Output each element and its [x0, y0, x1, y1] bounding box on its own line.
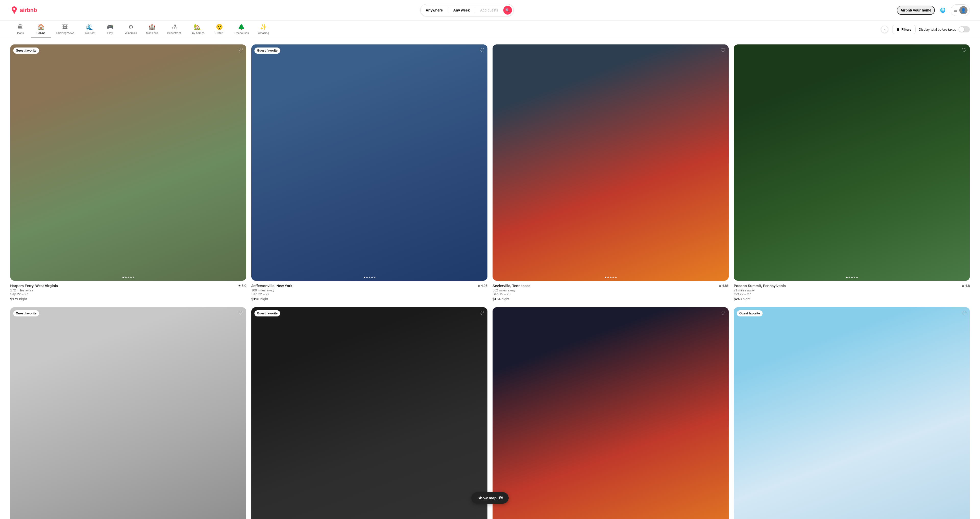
globe-icon: 🌐	[940, 7, 945, 13]
dot	[364, 276, 365, 278]
category-item-icons[interactable]: 🏛 Icons	[10, 21, 30, 38]
anywhere-button[interactable]: Anywhere	[421, 4, 448, 16]
category-icon: 🖼	[62, 24, 68, 30]
listing-rating: ★ 4.8	[962, 284, 970, 287]
category-item-treehouses[interactable]: 🌲 Treehouses	[229, 21, 253, 38]
listing-image-wrap: Guest favorite ♡	[10, 307, 246, 519]
filters-button[interactable]: ⊟ Filters	[892, 25, 916, 34]
logo[interactable]: airbnb	[10, 6, 37, 14]
category-label: Play	[107, 32, 113, 35]
category-icon: ⚙	[128, 24, 134, 30]
wishlist-button[interactable]: ♡	[479, 48, 484, 53]
image-dots	[846, 276, 858, 278]
add-guests-button[interactable]: Add guests	[475, 4, 503, 16]
airbnb-your-home-button[interactable]: Airbnb your home	[897, 6, 935, 15]
tax-toggle[interactable]	[959, 26, 970, 32]
listing-image-wrap: Guest favorite ♡	[251, 45, 487, 281]
listing-price: $196 night	[251, 297, 487, 301]
category-item-lakefront[interactable]: 🌊 Lakefront	[79, 21, 100, 38]
hamburger-icon: ☰	[954, 8, 957, 12]
map-icon: 🗺	[499, 496, 503, 500]
dot	[610, 276, 611, 278]
category-item-amazing-views[interactable]: 🖼 Amazing views	[51, 21, 79, 38]
listing-dates: Sep 22 – 27	[10, 292, 246, 296]
price-unit: night	[501, 297, 509, 301]
listing-image-wrap: ♡	[734, 45, 970, 281]
listing-top-row: Harpers Ferry, West Virginia ★ 5.0	[10, 284, 246, 288]
listing-price: $171 night	[10, 297, 246, 301]
price-value: $196	[251, 297, 259, 301]
price-unit: night	[743, 297, 750, 301]
category-item-cabins[interactable]: 🏠 Cabins	[30, 21, 51, 38]
category-icon: 🎮	[107, 24, 114, 30]
dot	[127, 276, 129, 278]
globe-button[interactable]: 🌐	[938, 5, 948, 15]
filter-icon: ⊟	[897, 27, 899, 32]
listing-location: Pocono Summit, Pennsylvania	[734, 284, 786, 288]
dot	[125, 276, 127, 278]
listing-card[interactable]: Guest favorite ♡	[10, 307, 246, 519]
category-item-mansions[interactable]: 🏰 Mansions	[142, 21, 162, 38]
wishlist-button[interactable]: ♡	[721, 48, 725, 53]
listing-card[interactable]: ♡	[493, 307, 729, 519]
tax-toggle-label: Display total before taxes	[919, 27, 956, 32]
category-item-beachfront[interactable]: 🏖 Beachfront	[162, 21, 185, 38]
show-map-label: Show map	[477, 496, 496, 500]
listing-image	[493, 307, 729, 519]
dot	[605, 276, 606, 278]
listing-image-wrap: Guest favorite ♡	[251, 307, 487, 519]
price-unit: night	[260, 297, 268, 301]
dot	[849, 276, 850, 278]
search-submit-button[interactable]: 🔍	[503, 6, 512, 14]
dot	[854, 276, 855, 278]
dot	[374, 276, 375, 278]
category-label: Windmills	[125, 32, 137, 35]
star-icon: ★	[238, 284, 241, 287]
wishlist-button[interactable]: ♡	[238, 310, 243, 316]
wishlist-button[interactable]: ♡	[962, 310, 967, 316]
category-label: Cabins	[37, 32, 45, 35]
category-item-tiny-homes[interactable]: 🏡 Tiny homes	[186, 21, 209, 38]
toggle-knob	[959, 27, 964, 32]
show-map-button[interactable]: Show map 🗺	[471, 492, 509, 504]
listing-rating: ★ 4.86	[719, 284, 729, 287]
listing-image-wrap: Guest favorite ♡	[734, 307, 970, 519]
dot	[846, 276, 848, 278]
listing-location: Harpers Ferry, West Virginia	[10, 284, 58, 288]
listing-card[interactable]: ♡ Pocono Summit, Pennsylvania ★ 4.8 71 m…	[734, 45, 970, 301]
image-dots	[605, 276, 617, 278]
listing-location: Sevierville, Tennessee	[493, 284, 530, 288]
listing-image	[734, 45, 970, 281]
listing-card[interactable]: Guest favorite ♡	[251, 307, 487, 519]
listing-distance: 562 miles away	[493, 288, 729, 292]
wishlist-button[interactable]: ♡	[721, 310, 725, 316]
any-week-button[interactable]: Any week	[448, 4, 475, 16]
wishlist-button[interactable]: ♡	[479, 310, 484, 316]
category-item-omg![interactable]: 😲 OMG!	[209, 21, 229, 38]
listing-distance: 71 miles away	[734, 288, 970, 292]
listing-rating: ★ 5.0	[238, 284, 246, 287]
category-item-play[interactable]: 🎮 Play	[100, 21, 120, 38]
guest-fav-badge: Guest favorite	[13, 48, 39, 54]
image-dots	[364, 276, 375, 278]
listing-dates: Sep 22 – 27	[251, 292, 487, 296]
listing-card[interactable]: Guest favorite ♡ Harpers Ferry, West Vir…	[10, 45, 246, 301]
nav-arrow-right[interactable]: ›	[881, 26, 888, 33]
dot	[608, 276, 609, 278]
category-item-amazing[interactable]: ✨ Amazing	[253, 21, 274, 38]
category-icon: 🌲	[238, 24, 245, 30]
dot	[851, 276, 853, 278]
listing-card[interactable]: ♡ Sevierville, Tennessee ★ 4.86 562 mile…	[493, 45, 729, 301]
listing-card[interactable]: Guest favorite ♡ Jeffersonville, New Yor…	[251, 45, 487, 301]
listing-info: Harpers Ferry, West Virginia ★ 5.0 172 m…	[10, 284, 246, 301]
listing-card[interactable]: Guest favorite ♡	[734, 307, 970, 519]
category-icon: 🏛	[18, 24, 23, 30]
dot	[369, 276, 370, 278]
rating-value: 4.8	[965, 284, 970, 287]
wishlist-button[interactable]: ♡	[238, 48, 243, 53]
star-icon: ★	[477, 284, 480, 287]
category-label: OMG!	[215, 32, 223, 35]
user-menu[interactable]: ☰ 👤	[951, 4, 970, 16]
category-item-windmills[interactable]: ⚙ Windmills	[120, 21, 142, 38]
wishlist-button[interactable]: ♡	[962, 48, 967, 53]
